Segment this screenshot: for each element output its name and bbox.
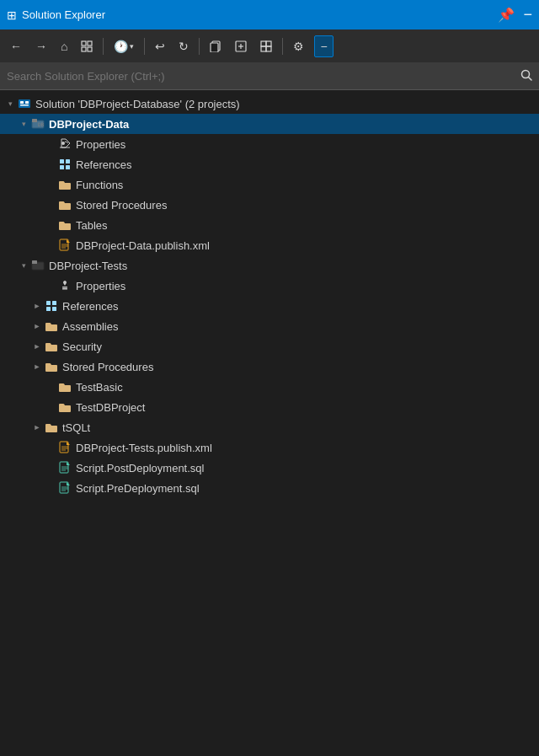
tests-stored-procedures-item[interactable]: ► Stored Procedures: [0, 357, 539, 377]
tests-publish-xml-item[interactable]: DBProject-Tests.publish.xml: [0, 437, 539, 458]
project-data-label: DBProject-Data: [49, 118, 129, 131]
data-stored-procedures-item[interactable]: Stored Procedures: [0, 195, 539, 215]
svg-rect-25: [60, 165, 64, 169]
project-tests-label: DBProject-Tests: [49, 260, 127, 272]
tests-tsqlt-item[interactable]: ► tSQLt: [0, 417, 539, 437]
data-references-label: References: [76, 158, 131, 171]
svg-rect-3: [88, 47, 92, 51]
properties-icon: [57, 137, 72, 152]
tests-references-item[interactable]: ► References: [0, 296, 539, 316]
project-data-expand[interactable]: ▾: [17, 117, 30, 131]
tests-references-label: References: [62, 300, 118, 313]
svg-text:DB: DB: [38, 121, 45, 127]
references-icon: [57, 157, 72, 172]
tests-security-label: Security: [62, 340, 102, 353]
data-publish-xml-item[interactable]: DBProject-Data.publish.xml: [0, 235, 539, 255]
tests-script-pre-label: Script.PreDeployment.sql: [76, 482, 200, 495]
history-button[interactable]: 🕐▾: [109, 36, 139, 56]
tests-assemblies-item[interactable]: ► Assemblies: [0, 316, 539, 336]
svg-rect-23: [60, 159, 64, 164]
copy3-button[interactable]: [255, 37, 277, 56]
tests-properties-icon: [57, 278, 72, 293]
svg-rect-12: [266, 46, 271, 51]
tests-script-post-item[interactable]: Script.PostDeployment.sql: [0, 458, 539, 478]
tests-references-expand[interactable]: ►: [30, 299, 44, 313]
copy2-button[interactable]: [230, 37, 252, 56]
refresh-button[interactable]: ↻: [173, 36, 194, 56]
tests-publish-xml-label: DBProject-Tests.publish.xml: [76, 442, 212, 454]
title-bar-title: Solution Explorer: [22, 8, 105, 21]
data-tables-item[interactable]: Tables: [0, 215, 539, 235]
solution-icon: [17, 96, 32, 111]
stored-procedures-folder-icon: [57, 197, 72, 212]
svg-rect-9: [261, 41, 266, 46]
svg-rect-16: [20, 101, 24, 104]
settings-button[interactable]: ⚙: [288, 36, 309, 56]
script-post-icon: [57, 460, 72, 475]
security-folder-icon: [44, 339, 59, 354]
svg-rect-34: [62, 288, 67, 290]
svg-rect-38: [52, 307, 56, 311]
solution-tree: ▾ Solution 'DBProject-Database' (2 proje…: [0, 90, 539, 756]
project-data-icon: DB: [30, 116, 45, 131]
pin-icon[interactable]: 📌: [498, 7, 515, 23]
separator-1: [103, 38, 104, 55]
toggle-button[interactable]: [76, 37, 98, 56]
project-data-item[interactable]: ▾ DB DBProject-Data: [0, 114, 539, 134]
svg-rect-33: [62, 287, 67, 288]
solution-item[interactable]: ▾ Solution 'DBProject-Database' (2 proje…: [0, 94, 539, 114]
project-tests-item[interactable]: ▾ DBProject-Tests: [0, 255, 539, 276]
data-functions-item[interactable]: Functions: [0, 174, 539, 195]
tests-tsqlt-expand[interactable]: ►: [30, 421, 44, 434]
data-publish-xml-label: DBProject-Data.publish.xml: [76, 239, 210, 252]
solution-label: Solution 'DBProject-Database' (2 project…: [35, 98, 240, 110]
search-button[interactable]: [520, 69, 532, 83]
close-icon[interactable]: −: [523, 6, 532, 24]
back-button[interactable]: ←: [5, 36, 27, 56]
svg-rect-11: [261, 46, 266, 51]
functions-folder-icon: [57, 177, 72, 192]
data-properties-item[interactable]: Properties: [0, 134, 539, 154]
script-pre-icon: [57, 480, 72, 496]
tests-security-expand[interactable]: ►: [30, 340, 44, 353]
svg-rect-17: [25, 101, 29, 104]
tests-properties-item[interactable]: Properties: [0, 276, 539, 296]
tests-publish-xml-icon: [57, 440, 72, 455]
home-button[interactable]: ⌂: [56, 36, 72, 56]
undo-button[interactable]: ↩: [150, 36, 170, 56]
svg-rect-15: [19, 99, 30, 108]
data-properties-label: Properties: [76, 138, 125, 151]
collapse-button[interactable]: −: [314, 35, 333, 57]
solution-expand[interactable]: ▾: [3, 97, 17, 110]
copy1-button[interactable]: [205, 37, 227, 56]
svg-rect-24: [66, 159, 70, 164]
svg-rect-5: [211, 43, 218, 52]
solution-explorer-icon: ⊞: [7, 8, 17, 22]
tests-stored-procedures-expand[interactable]: ►: [30, 360, 44, 373]
svg-rect-32: [32, 260, 37, 264]
svg-rect-20: [32, 119, 37, 122]
tests-references-icon: [44, 298, 59, 314]
tests-security-item[interactable]: ► Security: [0, 336, 539, 357]
tests-testdbproject-label: TestDBProject: [76, 401, 145, 414]
tests-testdbproject-item[interactable]: TestDBProject: [0, 397, 539, 417]
tests-assemblies-expand[interactable]: ►: [30, 319, 44, 333]
tests-script-pre-item[interactable]: Script.PreDeployment.sql: [0, 478, 539, 498]
testbasic-folder-icon: [57, 379, 72, 394]
assemblies-folder-icon: [44, 319, 59, 334]
project-tests-icon: [30, 258, 45, 273]
project-tests-expand[interactable]: ▾: [17, 259, 30, 272]
search-bar: [0, 63, 539, 90]
svg-rect-37: [46, 307, 51, 311]
svg-rect-35: [46, 301, 51, 305]
separator-2: [144, 38, 145, 55]
publish-xml-icon: [57, 238, 72, 253]
tests-testbasic-label: TestBasic: [76, 381, 123, 394]
title-bar: ⊞ Solution Explorer 📌 −: [0, 0, 539, 29]
svg-rect-36: [52, 301, 56, 305]
tests-testbasic-item[interactable]: TestBasic: [0, 377, 539, 397]
toolbar: ← → ⌂ 🕐▾ ↩ ↻: [0, 29, 539, 63]
search-input[interactable]: [7, 70, 520, 83]
data-references-item[interactable]: References: [0, 154, 539, 174]
forward-button[interactable]: →: [30, 36, 52, 56]
